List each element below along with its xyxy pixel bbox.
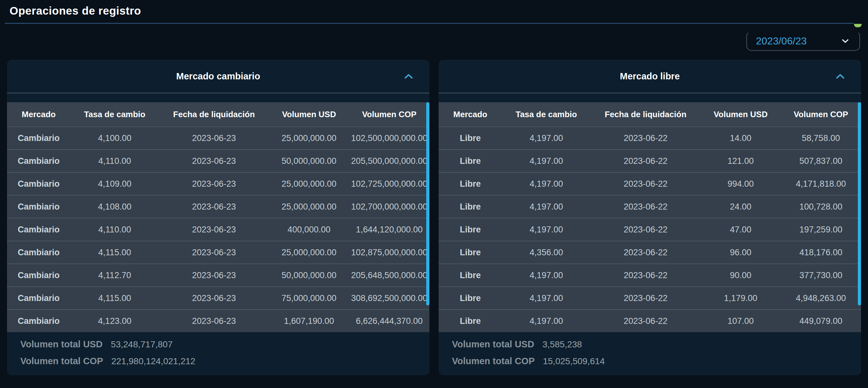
table-mercado-libre: Mercado Tasa de cambio Fecha de liquidac… [439,102,861,332]
panel-header-libre[interactable]: Mercado libre [439,60,861,93]
table-cell: 4,115.00 [70,293,159,303]
table-row: Cambiario4,100.002023-06-2325,000,000.00… [7,126,429,149]
table-cell: 1,607,190.00 [269,316,349,326]
table-cell: 2023-06-22 [591,202,701,212]
date-select[interactable]: 2023/06/23 [746,31,860,51]
table-cell: 205,648,500,000.00 [349,270,429,280]
total-usd-label: Volumen total USD [20,339,102,350]
table-cell: 2023-06-23 [159,202,269,212]
table-cell: 25,000,000.00 [269,179,349,189]
panel-title: Mercado cambiario [176,71,260,82]
table-row: Libre4,197.002023-06-221,179.004,948,263… [439,286,861,309]
chevron-up-icon[interactable] [836,74,844,79]
panel-header-cambiario[interactable]: Mercado cambiario [7,60,429,93]
table-cell: Libre [439,248,502,258]
table-cell: 4,110.00 [70,225,159,235]
table-cell: 2023-06-23 [159,316,269,326]
total-usd-line: Volumen total USD 53,248,717,807 [20,336,429,353]
table-cell: 6,626,444,370.00 [349,316,429,326]
table-cell: 2023-06-23 [159,293,269,303]
column-header-fecha-de-liquidacion: Fecha de liquidación [591,109,701,119]
column-header-volumen-cop: Volumen COP [349,109,429,119]
table-cell: 2023-06-22 [591,225,701,235]
table-row: Cambiario4,108.002023-06-2325,000,000.00… [7,195,429,218]
table-cell: 102,725,000,000.00 [349,179,429,189]
table-cell: 4,356.00 [502,248,591,258]
table-cell: Cambiario [7,179,70,189]
table-mercado-cambiario: Mercado Tasa de cambio Fecha de liquidac… [7,102,429,332]
chevron-down-icon [842,39,849,43]
total-usd-label: Volumen total USD [452,339,534,350]
table-cell: 4,171,818.00 [781,179,861,189]
date-select-value: 2023/06/23 [747,35,807,47]
table-cell: 4,112.70 [70,270,159,280]
table-cell: Cambiario [7,133,70,143]
table-cell: 4,110.00 [70,156,159,166]
column-header-mercado: Mercado [439,109,502,119]
table-cell: 4,197.00 [502,270,591,280]
table-cell: 2023-06-22 [591,293,701,303]
table-row: Cambiario4,115.002023-06-2325,000,000.00… [7,241,429,263]
table-cell: 197,259.00 [781,225,861,235]
table-cell: 4,115.00 [70,248,159,258]
chevron-up-icon[interactable] [404,74,413,79]
table-cell: 308,692,500,000.00 [349,293,429,303]
table-cell: 50,000,000.00 [269,156,349,166]
total-usd-line: Volumen total USD 3,585,238 [452,336,861,353]
table-row: Libre4,197.002023-06-2224.00100,728.00 [439,195,861,218]
table-cell: 449,079.00 [781,316,861,326]
table-row: Cambiario4,110.002023-06-2350,000,000.00… [7,149,429,172]
panel-title: Mercado libre [620,71,680,82]
table-cell: 4,108.00 [70,202,159,212]
table-cell: Cambiario [7,270,70,280]
column-header-tasa-de-cambio: Tasa de cambio [502,109,591,119]
table-row: Libre4,197.002023-06-2290.00377,730.00 [439,263,861,286]
table-cell: 1,179.00 [701,293,781,303]
panel-divider [7,93,429,93]
table-cell: Libre [439,202,502,212]
table-cell: 90.00 [701,270,781,280]
table-cell: 2023-06-23 [159,133,269,143]
table-cell: 25,000,000.00 [269,248,349,258]
table-cell: 25,000,000.00 [269,202,349,212]
table-cell: 75,000,000.00 [269,293,349,303]
table-cell: 4,197.00 [502,293,591,303]
status-indicator [854,24,862,27]
table-cell: Cambiario [7,225,70,235]
panel-footer-libre: Volumen total USD 3,585,238 Volumen tota… [439,332,861,375]
table-cell: 121.00 [701,156,781,166]
table-cell: Libre [439,133,502,143]
table-cell: 4,109.00 [70,179,159,189]
table-cell: 24.00 [701,202,781,212]
table-cell: 4,197.00 [502,179,591,189]
table-cell: 47.00 [701,225,781,235]
table-row: Cambiario4,109.002023-06-2325,000,000.00… [7,172,429,195]
table-cell: Libre [439,316,502,326]
column-header-volumen-cop: Volumen COP [781,109,861,119]
table-cell: 2023-06-23 [159,156,269,166]
table-cell: 25,000,000.00 [269,133,349,143]
table-row: Cambiario4,115.002023-06-2375,000,000.00… [7,286,429,309]
table-cell: 102,700,000,000.00 [349,202,429,212]
table-cell: Libre [439,156,502,166]
table-row: Cambiario4,110.002023-06-23400,000.001,6… [7,218,429,241]
table-row: Libre4,197.002023-06-2247.00197,259.00 [439,218,861,241]
table-cell: Libre [439,293,502,303]
table-cell: 418,176.00 [781,248,861,258]
table-cell: 100,728.00 [781,202,861,212]
table-cell: 4,948,263.00 [781,293,861,303]
column-header-tasa-de-cambio: Tasa de cambio [70,109,159,119]
table-cell: 4,197.00 [502,316,591,326]
table-cell: 2023-06-22 [591,133,701,143]
total-cop-value: 15,025,509,614 [543,356,605,366]
table-row: Libre4,197.002023-06-22121.00507,837.00 [439,149,861,172]
table-cell: 102,875,000,000.00 [349,248,429,258]
scrollbar[interactable] [858,102,861,305]
scrollbar[interactable] [426,102,429,305]
table-row: Libre4,356.002023-06-2296.00418,176.00 [439,241,861,263]
table-cell: Cambiario [7,248,70,258]
table-row: Libre4,197.002023-06-2214.0058,758.00 [439,126,861,149]
table-cell: 4,123.00 [70,316,159,326]
table-cell: Cambiario [7,156,70,166]
panel-divider [439,93,861,93]
